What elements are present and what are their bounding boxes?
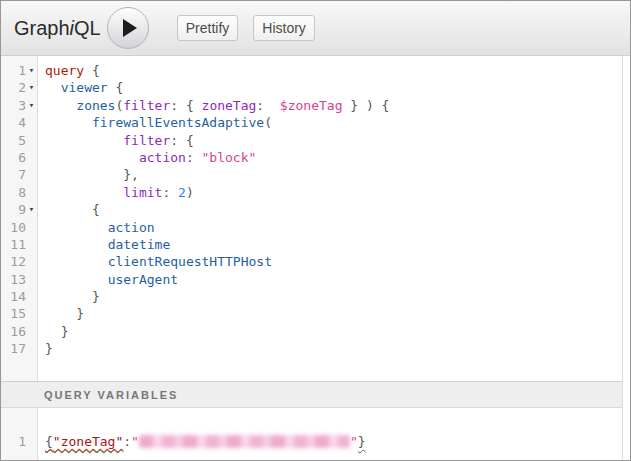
prettify-button[interactable]: Prettify (177, 15, 239, 41)
code-token: 2 (178, 185, 186, 200)
fold-arrow-icon[interactable]: ▾ (26, 79, 37, 96)
code-token: { (45, 202, 100, 217)
code-token: } ) { (342, 98, 389, 113)
code-token: query (45, 63, 84, 78)
code-token: { (45, 434, 53, 449)
fold-arrow-icon[interactable]: ▾ (26, 201, 37, 218)
query-variables-title: QUERY VARIABLES (44, 389, 178, 401)
code-token: filter (123, 98, 170, 113)
code-token: : (123, 434, 131, 449)
toolbar: GraphiQL Prettify History (1, 1, 630, 56)
code-token: ) (186, 185, 194, 200)
code-line[interactable]: action: "block" (45, 149, 622, 166)
code-line[interactable]: } (45, 305, 622, 322)
gutter-row: 1▾ (1, 62, 37, 79)
code-token: "zoneTag" (53, 434, 123, 449)
line-number: 1 (1, 62, 26, 79)
code-token: } (358, 434, 366, 449)
logo-text: Graph (14, 17, 70, 39)
code-token: action (108, 220, 155, 235)
code-line[interactable]: viewer { (45, 79, 622, 96)
gutter-row: 15 (1, 305, 37, 322)
code-token: } (45, 289, 100, 304)
gutter-row: 8 (1, 184, 37, 201)
code-token: ( (264, 115, 272, 130)
code-token (45, 220, 108, 235)
fold-arrow-icon[interactable]: ▾ (26, 97, 37, 114)
code-token: firewallEventsAdaptive (92, 115, 264, 130)
lint-underline: "zoneTag" (53, 434, 123, 449)
line-number: 8 (1, 184, 26, 201)
code-line[interactable]: { (45, 201, 622, 218)
line-number: 9 (1, 201, 26, 218)
code-token: datetime (108, 237, 171, 252)
history-button[interactable]: History (253, 15, 315, 41)
redacted-value (139, 435, 350, 448)
code-token: userAgent (108, 272, 178, 287)
code-token (45, 185, 123, 200)
line-number: 3 (1, 97, 26, 114)
code-token (45, 133, 123, 148)
code-line[interactable]: firewallEventsAdaptive( (45, 114, 622, 131)
code-line[interactable]: }, (45, 166, 622, 183)
gutter-row: 16 (1, 323, 37, 340)
code-token: } (45, 341, 53, 356)
query-editor-code[interactable]: query { viewer { zones(filter: { zoneTag… (39, 56, 622, 358)
gutter-row: 6 (1, 149, 37, 166)
gutter-row: 13 (1, 271, 37, 288)
code-line[interactable]: } (45, 323, 622, 340)
code-line[interactable]: {"zoneTag":""} (45, 433, 622, 450)
code-line[interactable]: userAgent (45, 271, 622, 288)
code-line[interactable]: query { (45, 62, 622, 79)
code-token (45, 237, 108, 252)
code-token (45, 80, 61, 95)
code-token: { (84, 63, 100, 78)
query-editor-gutter: 1▾2▾3▾456789▾1011121314151617 (1, 56, 38, 381)
gutter-row: 5 (1, 132, 37, 149)
gutter-row: 17 (1, 340, 37, 357)
code-token: } (45, 306, 84, 321)
line-number: 16 (1, 323, 26, 340)
line-number: 5 (1, 132, 26, 149)
code-token: { (108, 80, 124, 95)
variables-editor-code[interactable]: {"zoneTag":""} (39, 408, 622, 450)
result-pane (623, 56, 630, 460)
code-token: "block" (202, 150, 257, 165)
code-token: zones (76, 98, 115, 113)
line-number: 6 (1, 149, 26, 166)
line-number: 14 (1, 288, 26, 305)
code-token: " (350, 434, 358, 449)
code-line[interactable]: clientRequestHTTPHost (45, 253, 622, 270)
code-token: : (162, 185, 178, 200)
main-area: 1▾2▾3▾456789▾1011121314151617 query { vi… (1, 56, 630, 460)
variables-editor[interactable]: 1 {"zoneTag":""} (1, 408, 622, 460)
line-number: 15 (1, 305, 26, 322)
query-variables-header[interactable]: QUERY VARIABLES (1, 381, 622, 408)
query-editor[interactable]: 1▾2▾3▾456789▾1011121314151617 query { vi… (1, 56, 622, 381)
gutter-row: 11 (1, 236, 37, 253)
line-number: 17 (1, 340, 26, 357)
gutter-row: 2▾ (1, 79, 37, 96)
code-token: zoneTag (202, 98, 257, 113)
code-line[interactable]: filter: { (45, 132, 622, 149)
graphiql-logo: GraphiQL (14, 17, 101, 40)
code-line[interactable]: datetime (45, 236, 622, 253)
gutter-row: 10 (1, 219, 37, 236)
code-line[interactable]: limit: 2) (45, 184, 622, 201)
gutter-row: 4 (1, 114, 37, 131)
code-token: $zoneTag (280, 98, 343, 113)
gutter-row: 14 (1, 288, 37, 305)
code-token: filter (123, 133, 170, 148)
gutter-row: 12 (1, 253, 37, 270)
gutter-row: 3▾ (1, 97, 37, 114)
code-token: } (45, 324, 68, 339)
execute-query-button[interactable] (107, 7, 149, 49)
code-token: viewer (61, 80, 108, 95)
code-token: clientRequestHTTPHost (108, 254, 272, 269)
code-line[interactable]: } (45, 340, 622, 357)
code-line[interactable]: } (45, 288, 622, 305)
code-line[interactable]: action (45, 219, 622, 236)
code-line[interactable]: zones(filter: { zoneTag: $zoneTag } ) { (45, 97, 622, 114)
fold-arrow-icon[interactable]: ▾ (26, 62, 37, 79)
code-token: " (131, 434, 139, 449)
